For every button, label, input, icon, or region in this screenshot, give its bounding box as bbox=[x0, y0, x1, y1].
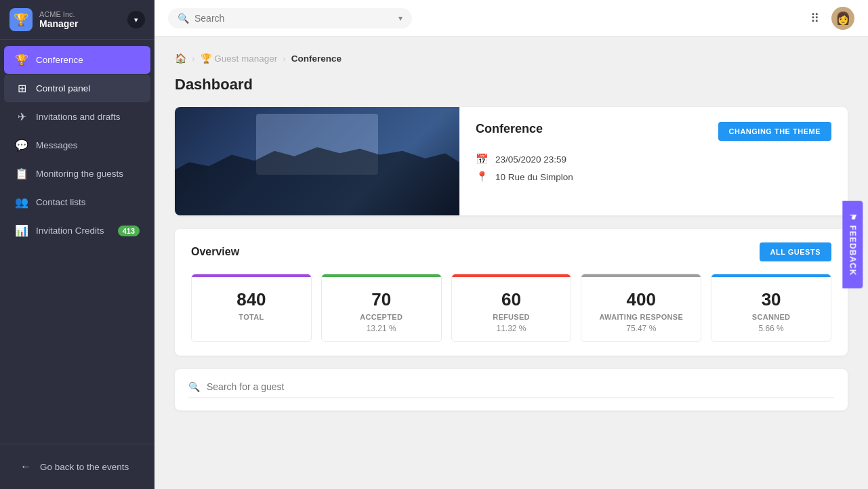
sidebar-item-control-panel[interactable]: ⊞ Control panel bbox=[4, 75, 150, 102]
feedback-label: FEEDBACK bbox=[848, 226, 858, 276]
overview-title: Overview bbox=[191, 246, 239, 258]
stats-grid: 840 TOTAL 70 ACCEPTED 13.21 % 60 REFUSED… bbox=[191, 274, 831, 342]
topbar: 🔍 ▾ ⠿ 👩 bbox=[154, 0, 868, 37]
guest-search-box[interactable]: 🔍 bbox=[188, 381, 834, 398]
sidebar-item-label: Contact lists bbox=[36, 197, 86, 207]
overview-card: Overview ALL GUESTS 840 TOTAL 70 ACCEPTE… bbox=[175, 229, 848, 356]
sidebar-item-label: Messages bbox=[36, 140, 78, 150]
conference-name: Conference bbox=[476, 122, 543, 136]
messages-icon: 💬 bbox=[15, 139, 28, 152]
stat-pct: 13.21 % bbox=[367, 324, 396, 333]
sidebar-item-label: Invitations and drafts bbox=[36, 112, 121, 122]
invitation-credits-badge: 413 bbox=[118, 226, 140, 236]
stat-pct: 11.32 % bbox=[496, 324, 526, 333]
stat-number: 70 bbox=[371, 289, 391, 310]
invitations-icon: ✈ bbox=[15, 110, 28, 123]
sidebar-item-label: Control panel bbox=[36, 83, 90, 93]
main-area: 🔍 ▾ ⠿ 👩 🏠 › 🏆 Guest manager › Conference… bbox=[154, 0, 868, 489]
search-chevron-icon[interactable]: ▾ bbox=[398, 14, 402, 23]
sidebar-item-monitoring[interactable]: 📋 Monitoring the guests bbox=[4, 160, 150, 188]
guest-search-input[interactable] bbox=[207, 381, 834, 392]
breadcrumb: 🏠 › 🏆 Guest manager › Conference bbox=[175, 53, 848, 64]
grid-icon[interactable]: ⠿ bbox=[810, 11, 819, 26]
sidebar-item-invitation-credits[interactable]: 📊 Invitation Credits 413 bbox=[4, 217, 150, 244]
stat-bar bbox=[581, 274, 701, 277]
invitation-credits-icon: 📊 bbox=[15, 224, 28, 237]
conference-icon: 🏆 bbox=[15, 54, 28, 66]
stat-pct: 75.47 % bbox=[626, 324, 656, 333]
sidebar-item-label: Invitation Credits bbox=[36, 226, 104, 236]
sidebar-bottom: ← Go back to the events bbox=[0, 447, 154, 489]
stat-card-scanned: 30 SCANNED 5.66 % bbox=[711, 274, 831, 342]
stat-card-total: 840 TOTAL bbox=[191, 274, 312, 342]
page-content: 🏠 › 🏆 Guest manager › Conference Dashboa… bbox=[154, 37, 868, 489]
conference-address: 10 Rue du Simplon bbox=[495, 172, 573, 182]
sidebar-chevron-button[interactable]: ▾ bbox=[127, 11, 145, 28]
stat-card-awaiting: 400 AWAITING RESPONSE 75.47 % bbox=[581, 274, 701, 342]
company-name: ACME Inc. bbox=[39, 10, 127, 18]
stat-number: 840 bbox=[236, 289, 266, 310]
sidebar-item-invitations[interactable]: ✈ Invitations and drafts bbox=[4, 103, 150, 131]
breadcrumb-sep-2: › bbox=[283, 54, 286, 64]
sidebar-item-label: Conference bbox=[36, 55, 83, 65]
sidebar-item-conference[interactable]: 🏆 Conference bbox=[4, 46, 150, 74]
stat-bar bbox=[711, 274, 831, 277]
feedback-tab[interactable]: ⚑ FEEDBACK bbox=[843, 201, 863, 289]
location-icon: 📍 bbox=[476, 171, 489, 183]
guest-search-icon: 🔍 bbox=[188, 381, 200, 392]
page-title: Dashboard bbox=[175, 76, 848, 93]
search-input[interactable] bbox=[194, 13, 393, 24]
go-back-label: Go back to the events bbox=[40, 462, 129, 472]
overview-header: Overview ALL GUESTS bbox=[191, 242, 831, 261]
contact-lists-icon: 👥 bbox=[15, 196, 28, 209]
stat-label: ACCEPTED bbox=[360, 313, 402, 321]
sidebar: 🏆 ACME Inc. Manager ▾ 🏆 Conference ⊞ Con… bbox=[0, 0, 154, 489]
stat-number: 30 bbox=[762, 289, 781, 310]
topbar-right: ⠿ 👩 bbox=[810, 7, 854, 30]
stat-card-accepted: 70 ACCEPTED 13.21 % bbox=[321, 274, 442, 342]
all-guests-button[interactable]: ALL GUESTS bbox=[760, 242, 831, 261]
change-theme-button[interactable]: CHANGING THE THEME bbox=[718, 122, 832, 141]
stat-bar bbox=[322, 274, 441, 277]
sidebar-item-label: Monitoring the guests bbox=[36, 169, 123, 179]
search-box[interactable]: 🔍 ▾ bbox=[168, 8, 412, 28]
flag-icon: ⚑ bbox=[848, 213, 858, 221]
control-panel-icon: ⊞ bbox=[15, 82, 28, 95]
search-icon: 🔍 bbox=[178, 13, 189, 24]
calendar-icon: 📅 bbox=[476, 153, 489, 165]
breadcrumb-current: Conference bbox=[291, 54, 342, 64]
conference-info-header: Conference CHANGING THE THEME bbox=[476, 122, 831, 141]
home-icon[interactable]: 🏠 bbox=[175, 53, 186, 64]
stat-number: 400 bbox=[627, 289, 656, 310]
app-info: ACME Inc. Manager bbox=[39, 10, 127, 29]
stat-label: TOTAL bbox=[239, 313, 264, 321]
conference-image bbox=[175, 107, 459, 215]
conference-meta: 📅 23/05/2020 23:59 📍 10 Rue du Simplon bbox=[476, 153, 831, 183]
conference-date-row: 📅 23/05/2020 23:59 bbox=[476, 153, 831, 165]
sidebar-item-contact-lists[interactable]: 👥 Contact lists bbox=[4, 188, 150, 216]
monitoring-icon: 📋 bbox=[15, 167, 28, 180]
conference-card: Conference CHANGING THE THEME 📅 23/05/20… bbox=[175, 107, 848, 215]
stat-bar bbox=[192, 274, 311, 277]
stat-label: REFUSED bbox=[493, 313, 530, 321]
sidebar-item-go-back[interactable]: ← Go back to the events bbox=[8, 453, 146, 480]
sidebar-header: 🏆 ACME Inc. Manager ▾ bbox=[0, 0, 154, 40]
app-logo: 🏆 bbox=[9, 8, 33, 31]
user-avatar[interactable]: 👩 bbox=[831, 7, 854, 30]
go-back-icon: ← bbox=[19, 461, 33, 473]
conference-info: Conference CHANGING THE THEME 📅 23/05/20… bbox=[459, 107, 848, 215]
stat-label: AWAITING RESPONSE bbox=[599, 313, 683, 321]
app-name: Manager bbox=[39, 18, 127, 29]
guest-manager-icon: 🏆 bbox=[201, 54, 212, 64]
stat-label: SCANNED bbox=[752, 313, 791, 321]
sidebar-item-messages[interactable]: 💬 Messages bbox=[4, 131, 150, 159]
sidebar-nav: 🏆 Conference ⊞ Control panel ✈ Invitatio… bbox=[0, 40, 154, 441]
audience-silhouette bbox=[175, 140, 459, 215]
stat-bar bbox=[452, 274, 571, 277]
stat-card-refused: 60 REFUSED 11.32 % bbox=[451, 274, 572, 342]
conference-date: 23/05/2020 23:59 bbox=[495, 154, 566, 165]
conference-address-row: 📍 10 Rue du Simplon bbox=[476, 171, 831, 183]
image-overlay bbox=[175, 107, 459, 215]
guest-search-card: 🔍 bbox=[175, 369, 848, 410]
breadcrumb-sep-1: › bbox=[192, 54, 195, 64]
